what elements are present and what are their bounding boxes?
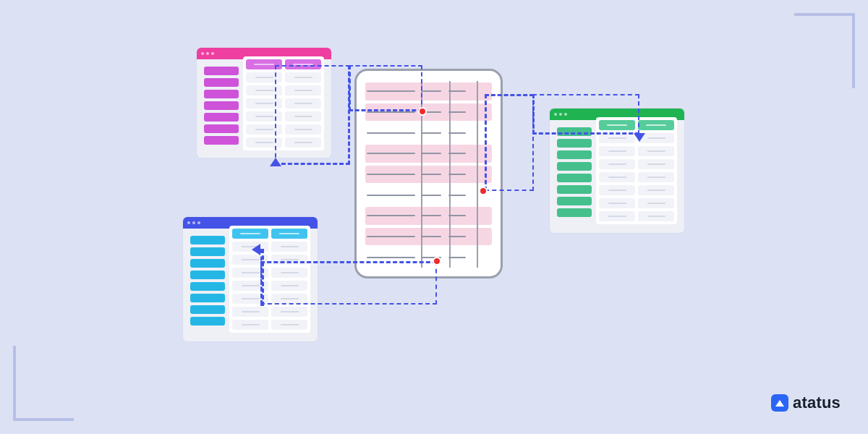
side-cell bbox=[190, 271, 225, 279]
grid-cell bbox=[271, 307, 307, 317]
grid-header bbox=[638, 120, 674, 130]
side-cell bbox=[204, 113, 239, 122]
side-cell bbox=[190, 259, 225, 268]
window-body bbox=[550, 120, 684, 231]
grid-cell bbox=[638, 172, 674, 182]
side-cell bbox=[557, 185, 592, 194]
side-cell bbox=[204, 90, 239, 98]
side-cell bbox=[190, 294, 225, 302]
side-cell bbox=[557, 150, 592, 159]
side-cell bbox=[190, 236, 225, 244]
connector-to-pink bbox=[349, 65, 422, 111]
side-cell bbox=[557, 197, 592, 205]
grid-cell bbox=[232, 320, 268, 330]
hotspot-top bbox=[418, 107, 427, 116]
side-cell bbox=[557, 162, 592, 171]
side-cell bbox=[204, 101, 239, 110]
window-dot-icon bbox=[201, 52, 204, 55]
brand-mark-icon bbox=[771, 394, 788, 412]
grid-cell bbox=[599, 159, 635, 169]
connector-to-pink-2 bbox=[275, 65, 350, 165]
grid-cell bbox=[599, 185, 635, 195]
arrow-down-icon bbox=[634, 133, 645, 142]
side-cell bbox=[190, 247, 225, 256]
grid-header bbox=[271, 229, 307, 239]
brand-logo: atatus bbox=[771, 393, 841, 412]
grid-cell bbox=[638, 185, 674, 195]
window-dot-icon bbox=[211, 52, 214, 55]
connector-to-blue bbox=[260, 261, 437, 305]
grid-cell bbox=[638, 159, 674, 169]
side-column bbox=[557, 127, 592, 224]
side-cell bbox=[190, 317, 225, 326]
connector-to-green bbox=[485, 94, 534, 191]
hotspot-middle bbox=[479, 187, 488, 195]
grid-cell bbox=[638, 198, 674, 208]
grid-cell bbox=[599, 211, 635, 221]
side-cell bbox=[557, 208, 592, 217]
side-column bbox=[204, 67, 239, 150]
side-cell bbox=[557, 139, 592, 148]
grid-cell bbox=[599, 146, 635, 156]
diagram-canvas: atatus bbox=[0, 0, 868, 434]
side-cell bbox=[190, 305, 225, 314]
window-dot-icon bbox=[206, 52, 209, 55]
grid-cell bbox=[271, 242, 307, 252]
hotspot-bottom bbox=[433, 257, 441, 265]
side-cell bbox=[557, 174, 592, 182]
window-dot-icon bbox=[187, 221, 190, 224]
window-dot-icon bbox=[197, 221, 200, 224]
brand-name: atatus bbox=[793, 393, 841, 412]
grid-cell bbox=[599, 172, 635, 182]
side-cell bbox=[190, 282, 225, 291]
grid-cell bbox=[271, 320, 307, 330]
corner-bracket-bottom-left bbox=[13, 346, 74, 421]
grid-cell bbox=[638, 211, 674, 221]
grid-cell bbox=[638, 146, 674, 156]
grid-cell bbox=[599, 198, 635, 208]
grid-header bbox=[232, 229, 268, 239]
connector-to-green-2 bbox=[532, 94, 639, 135]
arrow-left-icon bbox=[252, 244, 260, 255]
side-cell bbox=[204, 136, 239, 145]
grid-cell bbox=[599, 133, 635, 143]
connector-to-blue-2 bbox=[260, 249, 264, 306]
side-cell bbox=[204, 124, 239, 133]
side-column bbox=[190, 236, 225, 333]
arrow-up-icon bbox=[270, 158, 281, 166]
side-cell bbox=[204, 78, 239, 87]
grid-cell bbox=[232, 307, 268, 317]
side-cell bbox=[204, 67, 239, 75]
corner-bracket-top-right bbox=[794, 13, 855, 88]
window-dot-icon bbox=[192, 221, 195, 224]
